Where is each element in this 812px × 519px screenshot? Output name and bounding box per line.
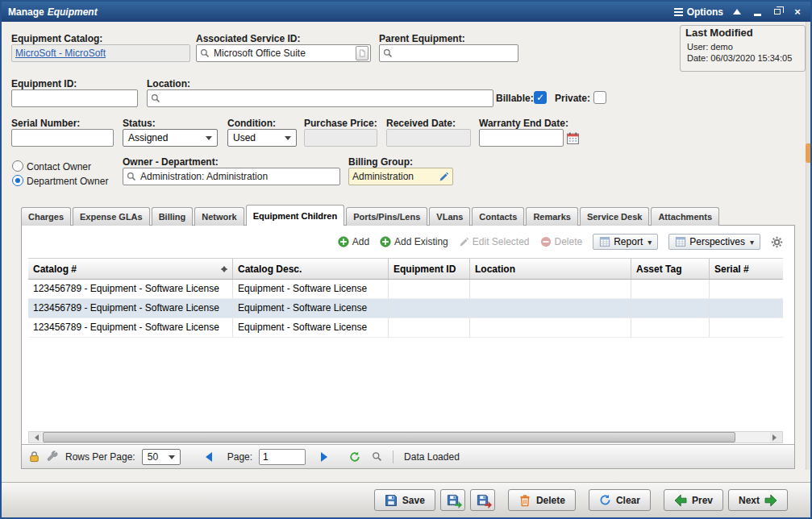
status-select[interactable]: Assigned	[123, 129, 218, 147]
check-icon: ✓	[536, 92, 544, 103]
tab-label: Service Desk	[587, 212, 643, 222]
calendar-picker-button[interactable]	[566, 130, 581, 146]
save-and-new-icon	[447, 494, 459, 506]
tab-contacts[interactable]: Contacts	[472, 207, 524, 226]
associated-service-field[interactable]: Microsoft Office Suite	[196, 44, 371, 62]
refresh-icon[interactable]	[349, 451, 360, 463]
billable-checkbox[interactable]: ✓	[534, 91, 547, 104]
private-checkbox[interactable]	[593, 91, 606, 104]
department-owner-radio[interactable]	[12, 175, 23, 186]
scroll-left-arrow[interactable]	[29, 432, 41, 442]
tab-billing[interactable]: Billing	[152, 207, 194, 226]
equipment-id-input[interactable]	[11, 89, 138, 107]
grid-settings-button[interactable]	[771, 236, 783, 248]
rows-per-page-value: 50	[148, 451, 158, 463]
side-panel-handle[interactable]	[806, 143, 810, 163]
contact-owner-radio[interactable]	[12, 160, 23, 172]
table-row[interactable]: 123456789 - Equipment - Software License…	[28, 318, 783, 338]
tab-label: Contacts	[479, 212, 517, 222]
cell	[389, 299, 470, 318]
column-header-catalog-number[interactable]: Catalog #	[28, 259, 233, 279]
save-button[interactable]: Save	[374, 489, 435, 511]
wrench-icon[interactable]	[47, 450, 59, 463]
tab-label: Ports/Pins/Lens	[353, 212, 420, 222]
prev-page-button[interactable]	[198, 452, 214, 462]
close-button[interactable]: ×	[791, 6, 804, 19]
next-button[interactable]: Next	[728, 489, 788, 511]
serial-number-input[interactable]	[11, 129, 114, 147]
scroll-right-arrow[interactable]	[770, 432, 782, 442]
tab-charges[interactable]: Charges	[21, 207, 71, 226]
prev-label: Prev	[692, 495, 713, 506]
billing-group-field[interactable]: Administration	[348, 168, 453, 185]
delete-minus-icon	[540, 236, 552, 247]
associated-service-lookup-button[interactable]	[356, 46, 369, 60]
tab-vlans[interactable]: VLans	[429, 207, 470, 226]
delete-label: Delete	[536, 495, 565, 506]
owner-department-field[interactable]: Administration: Administration	[123, 168, 340, 185]
delete-button[interactable]: Delete	[508, 489, 576, 511]
collapse-button[interactable]	[731, 6, 743, 19]
save-and-duplicate-button[interactable]	[470, 489, 495, 511]
scrollbar-thumb[interactable]	[43, 432, 735, 442]
next-page-button[interactable]	[319, 452, 335, 462]
horizontal-scrollbar[interactable]	[28, 431, 783, 443]
restore-button[interactable]	[771, 6, 784, 19]
tab-network[interactable]: Network	[194, 207, 244, 226]
page-input[interactable]	[259, 449, 306, 465]
table-row[interactable]: 123456789 - Equipment - Software License…	[28, 299, 783, 318]
perspectives-button[interactable]: Perspectives ▾	[668, 234, 760, 250]
associated-service-value: Microsoft Office Suite	[214, 48, 352, 59]
tab-ports-pins-lens[interactable]: Ports/Pins/Lens	[346, 207, 427, 226]
table-row[interactable]: 123456789 - Equipment - Software License…	[28, 280, 783, 299]
title-entity: Equipment	[48, 6, 98, 18]
rows-per-page-label: Rows Per Page:	[65, 451, 135, 463]
cell	[631, 299, 710, 318]
column-header-location[interactable]: Location	[470, 259, 631, 279]
prev-button[interactable]: Prev	[664, 489, 723, 511]
titlebar-controls: Options ×	[674, 6, 804, 19]
tab-attachments[interactable]: Attachments	[651, 207, 719, 226]
document-icon	[358, 48, 366, 58]
parent-equipment-field[interactable]	[379, 44, 518, 62]
billing-group-edit-button[interactable]	[439, 172, 449, 182]
last-modified-title: Last Modified	[685, 27, 798, 39]
grid-search-icon[interactable]	[372, 451, 382, 462]
tab-service-desk[interactable]: Service Desk	[580, 207, 650, 226]
location-field[interactable]	[147, 89, 493, 107]
equipment-catalog-link[interactable]: MicroSoft - MicroSoft	[15, 48, 106, 59]
grid-status-text: Data Loaded	[404, 451, 460, 463]
add-label: Add	[352, 236, 369, 247]
minimize-button[interactable]	[751, 6, 764, 19]
tab-remarks[interactable]: Remarks	[526, 207, 577, 226]
column-header-asset-tag[interactable]: Asset Tag	[631, 259, 710, 279]
add-existing-button[interactable]: Add Existing	[380, 236, 448, 247]
tab-equipment-children[interactable]: Equipment Children	[246, 205, 345, 226]
right-edge-track	[806, 22, 810, 470]
billing-group-value: Administration	[352, 171, 435, 182]
column-label: Location	[475, 264, 515, 275]
titlebar[interactable]: ManageEquipment Options ×	[2, 2, 810, 22]
report-button[interactable]: Report ▾	[593, 234, 658, 250]
edit-selected-button[interactable]: Edit Selected	[459, 236, 530, 247]
report-grid-icon	[599, 236, 610, 247]
clear-button[interactable]: Clear	[589, 489, 651, 511]
contact-owner-label: Contact Owner	[27, 161, 91, 172]
save-and-new-button[interactable]	[440, 489, 465, 511]
action-bar: Save Delete Clear Prev Next	[2, 482, 810, 517]
tab-expense-glas[interactable]: Expense GLAs	[73, 207, 150, 226]
billable-label: Billable:	[496, 93, 534, 104]
column-header-equipment-id[interactable]: Equipment ID	[389, 259, 470, 279]
options-button[interactable]: Options	[674, 6, 723, 18]
column-header-serial-number[interactable]: Serial #	[710, 259, 783, 279]
lock-icon[interactable]	[28, 450, 40, 463]
delete-row-button[interactable]: Delete	[540, 236, 583, 247]
condition-select[interactable]: Used	[227, 129, 297, 147]
add-button[interactable]: Add	[338, 236, 369, 247]
rows-per-page-select[interactable]: 50	[142, 449, 181, 465]
column-header-catalog-desc[interactable]: Catalog Desc.	[233, 259, 389, 279]
sort-icon[interactable]	[221, 263, 227, 276]
column-label: Catalog Desc.	[238, 264, 302, 275]
warranty-end-date-input[interactable]	[479, 129, 564, 147]
scrollbar-track[interactable]	[41, 432, 770, 442]
